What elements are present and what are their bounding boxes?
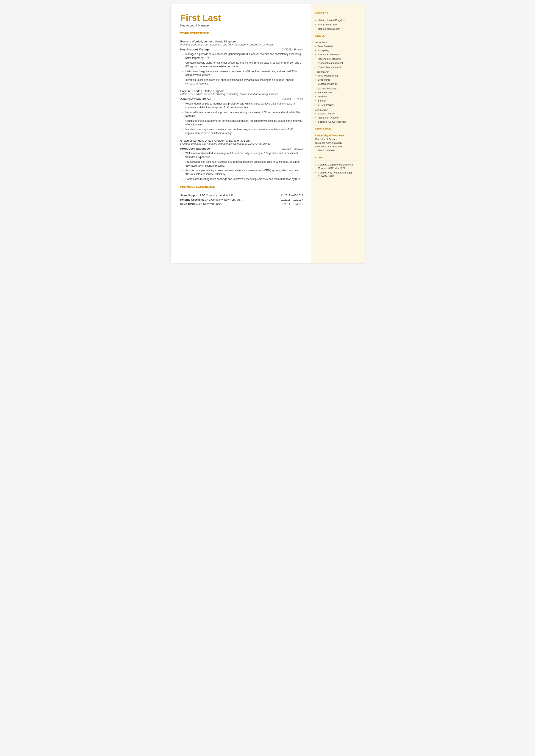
bullet-3-2: Processed a high volume of invoices and … [183, 160, 303, 168]
prev-dates-2: 01/2016 – 10/2017 [254, 198, 303, 202]
bullet-2-4: Handled company events, meetings, and co… [183, 128, 303, 135]
job-header-2: Administration Officer 10/2019 – 07/2021 [180, 98, 303, 101]
work-experience-title: WORK EXPERIENCE [180, 32, 303, 35]
bullet-1-3: Led contract negotiations and renewals, … [183, 70, 303, 77]
previous-experience-divider [180, 190, 303, 190]
language-3: Spanish (Conversational) [316, 120, 360, 124]
company-name-1: Resume Worded, London, United Kingdom [180, 40, 303, 43]
edu-degree: Bachelor of Science Business Administrat… [316, 137, 360, 153]
job-title-2: Administration Officer [180, 98, 211, 101]
skill-5: Proposal Management [316, 61, 360, 65]
company-bold-1: Resume Worded, [180, 40, 203, 43]
previous-experience-title: PREVIOUS EXPERIENCE [180, 185, 303, 188]
company-rest-2: London, United Kingdom [191, 90, 224, 93]
company-bold-2: Polyhire, [180, 90, 192, 93]
sidebar: CONTACT Lisburn, United Kingdom +44 1234… [311, 4, 365, 263]
skill-3: Product Knowledge [316, 53, 360, 56]
bullet-3-1: Welcomed and assisted an average of 20+ … [183, 152, 303, 159]
company-block-2: Polyhire, London, United Kingdom Offers … [180, 90, 303, 135]
other-item-1: Certified Customer Relationship Manager … [316, 163, 360, 170]
company-name-2: Polyhire, London, United Kingdom [180, 90, 303, 93]
job-header-3: Front Desk Executive 06/2018 – 09/2019 [180, 147, 303, 150]
candidate-title: Key Account Manager [180, 24, 303, 27]
previous-experience-table: Sales Support, ABC Company, London, UK 1… [180, 193, 303, 206]
bullet-3-3: Assisted in implementing a new customer … [183, 169, 303, 176]
contact-location: Lisburn, United Kingdom [316, 18, 360, 22]
bullet-1-2: Created strategic plans for customer acc… [183, 61, 303, 69]
company-rest-1: London, United Kingdom [203, 40, 236, 43]
language-2: Romanian (Native) [316, 116, 360, 119]
other-list: Certified Customer Relationship Manager … [316, 163, 360, 178]
job-dates-2: 10/2019 – 07/2021 [281, 98, 303, 101]
prev-company-2: Referral Specialist, XYZ Company, New Yo… [180, 198, 254, 202]
techniques-label: Techniques: [316, 70, 360, 73]
contact-section-title: CONTACT [316, 12, 360, 14]
skill-1: Data Analysis [316, 44, 360, 48]
prev-dates-1: 11/2017 – 05/2018 [254, 193, 303, 198]
tool-4: CRM software [316, 103, 360, 106]
prev-company-3: Sales Clerk, ABC, New York, USA [180, 202, 254, 206]
language-1: English (Native) [316, 112, 360, 115]
candidate-name: First Last [180, 13, 303, 23]
skill-6: Project Management [316, 65, 360, 69]
contact-email: first.last@gmail.com [316, 27, 360, 31]
bullet-2-3: Organized travel arrangements for execut… [183, 119, 303, 127]
company-bold-3: Growthsi, [180, 139, 193, 142]
company-name-3: Growthsi, London, United Kingdom & Barce… [180, 139, 303, 142]
job-header-1: Key Account Manager 08/2021 – Present [180, 48, 303, 51]
company-block-3: Growthsi, London, United Kingdom & Barce… [180, 139, 303, 181]
edu-institution: University of New York [316, 134, 360, 137]
contact-divider [316, 16, 360, 16]
job-title-1: Key Account Manager [180, 48, 211, 51]
education-section-title: EDUCATION [316, 127, 360, 130]
job-dates-3: 06/2018 – 09/2019 [281, 147, 303, 150]
technique-1: Time Management [316, 74, 360, 77]
tool-2: NetSuite [316, 95, 360, 98]
company-desc-1: Provides world-class assurance, tax, and… [180, 43, 303, 46]
hard-skills-label: Hard Skills: [316, 41, 360, 44]
tool-3: Bitrix24 [316, 99, 360, 102]
contact-list: Lisburn, United Kingdom +44 1234567890 f… [316, 18, 360, 31]
skill-4: Revenue forecasting [316, 57, 360, 61]
bullet-list-2: Responded promptly to inquiries and prof… [180, 102, 303, 135]
tools-label: Tools and Software: [316, 87, 360, 90]
work-experience-divider [180, 37, 303, 37]
company-desc-3: Provides solutions that meet the unique … [180, 142, 303, 145]
bullet-1-1: Managed a portfolio of key accounts, gen… [183, 52, 303, 60]
tools-list: Zendesk Sell NetSuite Bitrix24 CRM softw… [316, 91, 360, 106]
company-block-1: Resume Worded, London, United Kingdom Pr… [180, 40, 303, 86]
table-row: Referral Specialist, XYZ Company, New Yo… [180, 198, 303, 202]
technique-3: Customer Service [316, 82, 360, 86]
bullet-2-2: Reduced human errors and improved data i… [183, 111, 303, 118]
resume-container: First Last Key Account Manager WORK EXPE… [171, 4, 365, 263]
prev-dates-3: 07/2014 – 12/2015 [254, 202, 303, 206]
other-divider [316, 160, 360, 161]
job-dates-1: 08/2021 – Present [282, 48, 303, 51]
bullet-3-4: Coordinated meeting room bookings and im… [183, 177, 303, 181]
languages-list: English (Native) Romanian (Native) Spani… [316, 112, 360, 124]
company-rest-3: London, United Kingdom & Barcelona, Spai… [193, 139, 251, 142]
skills-section-title: SKILLS [316, 35, 360, 37]
job-title-3: Front Desk Executive [180, 147, 210, 150]
bullet-list-1: Managed a portfolio of key accounts, gen… [180, 52, 303, 86]
tool-1: Zendesk Sell [316, 91, 360, 94]
other-item-2: Certified Key Account Manager (CKAM) - 2… [316, 171, 360, 178]
other-section-title: OTHER [316, 156, 360, 159]
contact-phone: +44 1234567890 [316, 23, 360, 26]
table-row: Sales Support, ABC Company, London, UK 1… [180, 193, 303, 198]
techniques-list: Time Management Leadership Customer Serv… [316, 74, 360, 86]
languages-label: Languages: [316, 108, 360, 111]
hard-skills-list: Data Analysis Budgeting Product Knowledg… [316, 44, 360, 69]
table-row: Sales Clerk, ABC, New York, USA 07/2014 … [180, 202, 303, 206]
company-desc-2: Offers expert advice on wealth advisory,… [180, 93, 303, 96]
technique-2: Leadership [316, 78, 360, 81]
prev-company-1: Sales Support, ABC Company, London, UK [180, 193, 254, 198]
bullet-1-4: Identified upsell and cross-sell opportu… [183, 78, 303, 86]
main-column: First Last Key Account Manager WORK EXPE… [171, 4, 311, 263]
bullet-list-3: Welcomed and assisted an average of 20+ … [180, 152, 303, 181]
skill-2: Budgeting [316, 49, 360, 52]
bullet-2-1: Responded promptly to inquiries and prof… [183, 102, 303, 109]
